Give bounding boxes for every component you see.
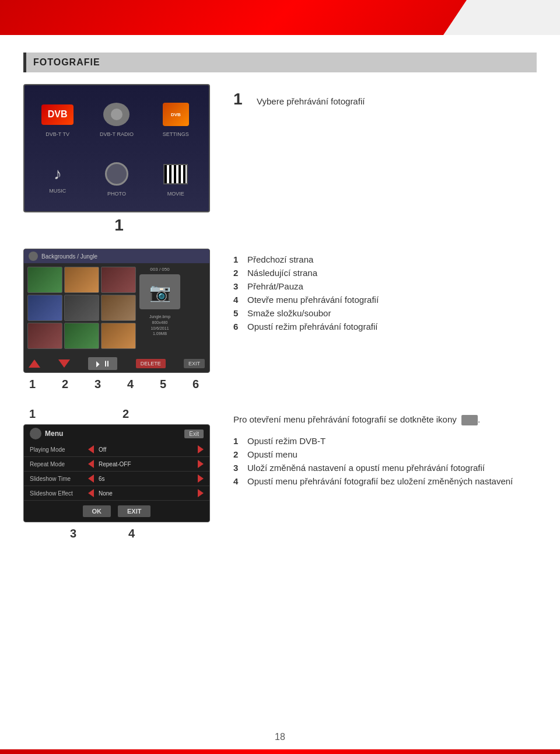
menu-repeat-control: Repeat-OFF [88, 460, 204, 468]
step1-text-row: 1 Vybere přehrávání fotografií [233, 90, 537, 109]
dvb-photo-item: PHOTO [88, 149, 145, 207]
menu-num-3: 3 [70, 527, 86, 540]
dvb-movie-icon [158, 159, 193, 188]
menu-icon [30, 428, 41, 439]
menu-desc-text-2: Opustí menu [247, 449, 298, 459]
num-label-2: 2 [62, 378, 78, 391]
photo-browser-area: Backgrounds / Jungle [23, 249, 222, 393]
photo-browser-desc: 1 Předchozí strana 2 Následující strana … [233, 249, 537, 393]
pb-thumb-4 [27, 295, 62, 321]
pb-thumb-3 [101, 267, 136, 293]
dvb-settings-item: DVB SETTINGS [148, 90, 204, 147]
dvb-photo-icon [99, 159, 134, 188]
desc-num-1: 1 [233, 254, 247, 264]
pb-preview-icon: 📷 [139, 274, 180, 309]
num-label-6: 6 [192, 378, 209, 391]
pb-content: 003 / 050 📷 Jungle.bmp 800x480 10/6/2011… [24, 263, 209, 352]
desc-item-4: 4 Otevře menu přehrávání fotografií [233, 295, 537, 305]
pb-file-info: Jungle.bmp 800x480 10/6/2011 1.09MB [149, 314, 170, 337]
menu-slideshow-time-value: 6s [96, 476, 195, 482]
dvb-tv-icon: DVB [40, 100, 75, 129]
num-label-4: 4 [127, 378, 144, 391]
menu-desc-item-1: 1 Opustí režim DVB-T [233, 436, 537, 446]
step1-desc: 1 Vybere přehrávání fotografií [233, 84, 537, 235]
menu-repeat-label: Repeat Mode [30, 461, 88, 467]
pb-preview: 003 / 050 📷 Jungle.bmp 800x480 10/6/2011… [139, 267, 180, 349]
menu-slideshow-effect-label: Slideshow Effect [30, 490, 88, 497]
desc-num-4: 4 [233, 295, 247, 305]
dvb-radio-item: DVB-T RADIO [88, 90, 145, 147]
menu-playing-left-arrow[interactable] [88, 445, 94, 453]
menu-desc-num-4: 4 [233, 476, 247, 486]
menu-desc-num-3: 3 [233, 463, 247, 473]
bottom-bar [0, 749, 560, 754]
pb-thumb-2 [64, 267, 99, 293]
menu-bottom-buttons: OK EXIT [24, 501, 209, 522]
pb-delete-button[interactable]: DELETE [136, 359, 166, 368]
step1-num: 1 [114, 216, 124, 234]
dvb-logo-text: DVB [48, 109, 68, 120]
menu-exit-button[interactable]: EXIT [118, 505, 150, 517]
desc-item-1: 1 Předchozí strana [233, 254, 537, 264]
menu-desc-text-1: Opustí režim DVB-T [247, 436, 326, 446]
menu-open-desc-text: Pro otevření menu přehrávání fotografií … [233, 414, 457, 424]
menu-slideshow-time-left-arrow[interactable] [88, 474, 94, 483]
dvb-movie-item: MOVIE [148, 149, 204, 207]
num-label-1: 1 [29, 378, 46, 391]
pb-play-button[interactable]: ⏵⏸ [88, 357, 117, 370]
pb-file-number: 003 / 050 [150, 267, 169, 272]
menu-repeat-right-arrow[interactable] [198, 460, 204, 468]
desc-num-3: 3 [233, 281, 247, 291]
pb-header-icon [29, 252, 38, 261]
pb-file-mb: 1.09MB [149, 331, 170, 337]
dvb-radio-icon [99, 100, 134, 129]
menu-desc-item-2: 2 Opustí menu [233, 449, 537, 459]
desc-item-3: 3 Přehrát/Pauza [233, 281, 537, 291]
menu-ok-button[interactable]: OK [83, 505, 111, 517]
dvb-photo-label: PHOTO [107, 191, 126, 197]
menu-desc-area: Pro otevření menu přehrávání fotografií … [233, 407, 537, 540]
pb-exit-button[interactable]: EXIT [184, 359, 205, 368]
menu-desc-text-3: Uloží změněná nastavení a opustí menu př… [247, 463, 485, 473]
section-menu: 1 2 Menu Exit Playing Mode [23, 407, 537, 540]
desc-num-6: 6 [233, 322, 247, 331]
pb-down-arrow[interactable] [58, 359, 70, 368]
dvb-movie-label: MOVIE [167, 191, 184, 197]
menu-repeat-left-arrow[interactable] [88, 460, 94, 468]
menu-playing-control: Off [88, 445, 204, 453]
menu-exit-label[interactable]: Exit [184, 430, 204, 438]
menu-top-numbers: 1 2 [23, 407, 222, 421]
pb-thumb-1 [27, 267, 62, 293]
menu-row-playing: Playing Mode Off [24, 442, 209, 457]
desc-num-2: 2 [233, 268, 247, 278]
desc-item-5: 5 Smaže složku/soubor [233, 308, 537, 318]
dvb-menu-screenshot: DVB DVB-T TV DVB-T RADIO [23, 84, 210, 212]
pb-header: Backgrounds / Jungle [24, 249, 209, 263]
menu-slideshow-time-right-arrow[interactable] [198, 474, 204, 483]
menu-slideshow-time-control: 6s [88, 474, 204, 483]
desc-text-4: Otevře menu přehrávání fotografií [247, 295, 379, 305]
dvb-tv-label: DVB-T TV [46, 131, 69, 137]
menu-slideshow-effect-value: None [96, 490, 195, 497]
menu-slideshow-effect-left-arrow[interactable] [88, 489, 94, 497]
menu-screenshot: Menu Exit Playing Mode Off Repeat Mode [23, 424, 210, 522]
desc-text-5: Smaže složku/soubor [247, 308, 331, 318]
section-header: FOTOGRAFIE [23, 53, 537, 72]
menu-repeat-value: Repeat-OFF [96, 461, 195, 467]
menu-desc-item-3: 3 Uloží změněná nastavení a opustí menu … [233, 463, 537, 473]
step1-number-label: 1 [23, 216, 222, 235]
desc-text-1: Předchozí strana [247, 254, 313, 264]
menu-top-bar: Menu Exit [24, 425, 209, 442]
pb-thumb-5 [64, 295, 99, 321]
menu-title: Menu [45, 430, 63, 438]
section-photo-browser: Backgrounds / Jungle [23, 249, 537, 393]
desc-text-6: Opustí režim přehrávání fotografií [247, 322, 377, 331]
desc-num-5: 5 [233, 308, 247, 318]
menu-slideshow-effect-right-arrow[interactable] [198, 489, 204, 497]
menu-playing-right-arrow[interactable] [198, 445, 204, 453]
step1-big-num: 1 [233, 90, 250, 109]
pb-up-arrow[interactable] [29, 359, 40, 368]
pb-controls: ⏵⏸ DELETE EXIT [24, 355, 209, 372]
dvb-music-label: MUSIC [49, 188, 66, 194]
photo-desc-list: 1 Předchozí strana 2 Následující strana … [233, 254, 537, 331]
